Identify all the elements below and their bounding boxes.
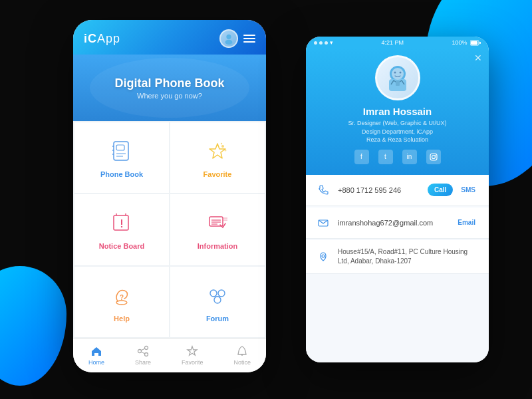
nav-favorite[interactable]: Favorite xyxy=(175,343,210,367)
help-label: Help xyxy=(114,315,130,323)
share-icon xyxy=(136,344,150,358)
information-icon xyxy=(203,209,232,238)
svg-rect-6 xyxy=(116,145,124,150)
nav-favorite-label: Favorite xyxy=(182,359,203,366)
favorite-icon xyxy=(203,137,232,166)
feature-grid: Phone Book Favorite xyxy=(73,121,266,338)
svg-point-26 xyxy=(210,290,217,297)
svg-point-49 xyxy=(432,155,435,158)
signal-dot-3 xyxy=(325,41,328,45)
phone-actions: Call SMS xyxy=(428,184,479,196)
phone-row-icon xyxy=(315,182,331,198)
contact-name: Imran Hossain xyxy=(363,106,432,117)
svg-point-11 xyxy=(225,150,227,152)
wifi-icon: ▾ xyxy=(330,39,333,46)
grid-favorite[interactable]: Favorite xyxy=(170,122,265,193)
signal-dot-2 xyxy=(319,41,323,45)
main-phone: iCApp Digital Phone Book Where you go no… xyxy=(73,20,266,372)
nav-notice[interactable]: Notice xyxy=(227,343,257,367)
svg-marker-36 xyxy=(188,346,197,355)
grid-phone-book[interactable]: Phone Book xyxy=(74,122,169,193)
favorite-label: Favorite xyxy=(203,170,232,178)
information-label: Information xyxy=(198,242,238,250)
phone-row: +880 1712 595 246 Call SMS xyxy=(306,175,489,206)
svg-point-12 xyxy=(221,143,222,144)
sms-button[interactable]: SMS xyxy=(457,184,479,196)
address-text: House#15/A, Road#11, PC Culture Housing … xyxy=(338,247,479,266)
svg-rect-41 xyxy=(479,42,481,44)
forum-icon xyxy=(203,281,232,311)
address-row: House#15/A, Road#11, PC Culture Housing … xyxy=(306,240,489,274)
svg-line-35 xyxy=(141,352,145,354)
svg-point-44 xyxy=(392,68,404,80)
svg-point-50 xyxy=(434,155,436,156)
svg-point-46 xyxy=(399,72,401,74)
email-address: imranshohag672@gmail.com xyxy=(338,219,454,227)
linkedin-icon[interactable]: in xyxy=(402,150,417,164)
app-logo: iCApp xyxy=(84,32,120,46)
contact-details: +880 1712 595 246 Call SMS imranshohag67… xyxy=(306,175,489,362)
svg-point-45 xyxy=(394,72,396,74)
contact-header: ✕ Imran Hossain Sr. Designer (Web, Graph… xyxy=(306,49,489,175)
user-avatar[interactable] xyxy=(219,29,238,48)
svg-point-33 xyxy=(144,353,148,356)
battery-level: 100% xyxy=(452,39,481,46)
signal-dot-1 xyxy=(314,41,317,45)
forum-label: Forum xyxy=(206,315,229,323)
hero-title: Digital Phone Book xyxy=(114,76,224,90)
svg-marker-14 xyxy=(121,219,122,225)
svg-point-15 xyxy=(121,226,122,227)
contact-avatar xyxy=(375,55,420,100)
phone-header: iCApp xyxy=(73,20,266,55)
hero-section: Digital Phone Book Where you go now? xyxy=(73,55,266,121)
close-button[interactable]: ✕ xyxy=(474,53,482,63)
nav-share[interactable]: Share xyxy=(128,343,158,367)
contact-role: Sr. Designer (Web, Graphic & UI/UX) Desi… xyxy=(348,119,447,144)
bg-shape-left xyxy=(0,266,66,386)
svg-point-0 xyxy=(226,35,231,39)
nav-favorite-icon xyxy=(186,344,199,358)
svg-point-31 xyxy=(144,346,148,350)
notice-icon xyxy=(235,344,249,358)
header-icons xyxy=(219,29,255,48)
instagram-icon[interactable] xyxy=(426,150,441,164)
svg-line-34 xyxy=(141,348,145,350)
hamburger-menu[interactable] xyxy=(243,35,255,43)
grid-notice-board[interactable]: Notice Board xyxy=(74,194,169,265)
nav-home[interactable]: Home xyxy=(82,343,111,367)
bottom-nav: Home Share Favorite xyxy=(73,338,266,372)
twitter-icon[interactable]: t xyxy=(378,150,393,164)
status-time: 4:21 PM xyxy=(381,39,404,46)
svg-rect-47 xyxy=(396,80,400,86)
email-button[interactable]: Email xyxy=(454,216,479,229)
svg-point-28 xyxy=(214,297,221,303)
svg-point-52 xyxy=(322,255,325,257)
nav-share-label: Share xyxy=(135,359,151,366)
home-icon xyxy=(90,344,103,358)
email-actions: Email xyxy=(454,216,479,229)
email-row: imranshohag672@gmail.com Email xyxy=(306,207,489,239)
phone-book-icon xyxy=(107,137,136,166)
phone-number: +880 1712 595 246 xyxy=(338,186,428,194)
nav-home-label: Home xyxy=(88,359,104,366)
grid-forum[interactable]: Forum xyxy=(170,267,265,337)
facebook-icon[interactable]: f xyxy=(354,150,369,164)
call-button[interactable]: Call xyxy=(428,184,453,196)
phone-book-label: Phone Book xyxy=(100,170,143,178)
svg-point-32 xyxy=(138,350,141,353)
status-bar: ▾ 4:21 PM 100% xyxy=(306,37,489,49)
svg-rect-40 xyxy=(471,41,477,45)
grid-information[interactable]: Information xyxy=(170,194,265,265)
svg-point-10 xyxy=(221,145,224,148)
grid-help[interactable]: ? Help xyxy=(74,267,169,337)
svg-rect-18 xyxy=(209,217,223,226)
svg-point-1 xyxy=(225,40,233,45)
svg-rect-2 xyxy=(114,142,128,160)
svg-point-27 xyxy=(218,290,225,297)
contact-phone: ▾ 4:21 PM 100% ✕ xyxy=(306,37,489,362)
address-row-icon xyxy=(315,249,331,265)
help-icon: ? xyxy=(107,281,136,311)
notice-board-icon xyxy=(107,209,136,238)
email-row-icon xyxy=(315,215,331,231)
hero-subtitle: Where you go now? xyxy=(137,92,202,100)
